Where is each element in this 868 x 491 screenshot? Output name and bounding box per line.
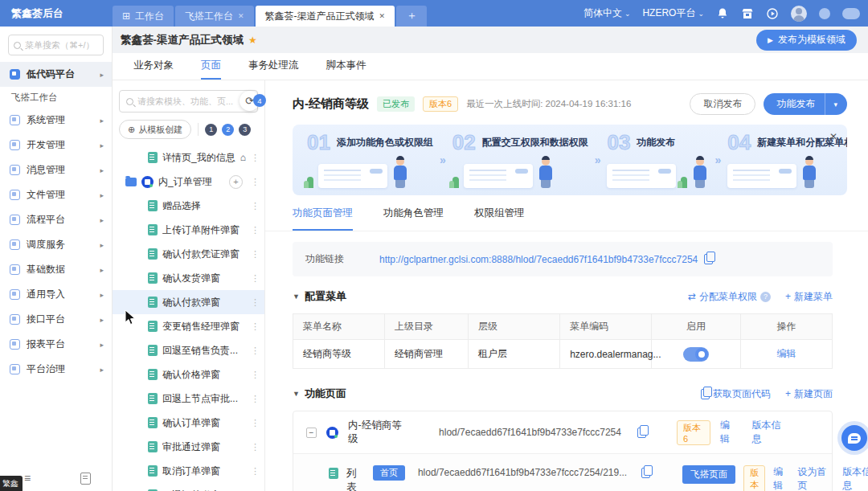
tree-item-gift-select[interactable]: 赠品选择 ⋮ xyxy=(113,194,264,218)
pager-dot-1[interactable]: 1 xyxy=(205,124,217,136)
help-question-icon[interactable]: ? xyxy=(760,292,771,302)
sidebar-item-file-mgmt[interactable]: 文件管理 ▸ xyxy=(0,182,112,207)
help-video-icon[interactable] xyxy=(766,7,779,20)
panel-count-badge[interactable]: 4 xyxy=(253,94,266,107)
tab-feida-workbench[interactable]: 飞搭工作台 ✕ xyxy=(175,6,254,27)
more-actions-icon[interactable]: ⋮ xyxy=(251,153,260,163)
version-info-link[interactable]: 版本信息 xyxy=(842,465,868,491)
more-actions-icon[interactable]: ⋮ xyxy=(251,370,260,380)
changelog-icon[interactable] xyxy=(80,473,91,485)
collapse-section-icon[interactable]: ▼ xyxy=(293,390,300,398)
page-group-row[interactable]: − 内-经销商等级 hlod/7ecaedd67f1641bf9b4733e7f… xyxy=(293,411,832,453)
menu-search-input[interactable] xyxy=(25,40,98,50)
close-banner-icon[interactable]: ✕ xyxy=(829,131,837,142)
tree-item-detail-my-info[interactable]: 详情页_我的信息 ⌂ ⋮ xyxy=(113,145,264,170)
add-page-icon[interactable]: + xyxy=(229,175,243,189)
more-actions-icon[interactable]: ⋮ xyxy=(251,273,260,284)
tab-workbench[interactable]: ⊞ 工作台 xyxy=(113,6,174,27)
tree-item-approval-passed[interactable]: 审批通过弹窗 ⋮ xyxy=(113,435,264,459)
tab-transaction-flow[interactable]: 事务处理流 xyxy=(248,53,299,80)
more-actions-icon[interactable]: ⋮ xyxy=(251,321,260,332)
copy-link-icon[interactable] xyxy=(704,254,713,264)
new-page-link[interactable]: + 新建页面 xyxy=(785,387,833,401)
enable-toggle[interactable] xyxy=(683,347,709,362)
collapse-sidebar-icon[interactable]: ≡ xyxy=(24,472,29,485)
edit-menu-link[interactable]: 编辑 xyxy=(776,348,796,359)
cancel-publish-button[interactable]: 取消发布 xyxy=(690,93,755,115)
new-tab-button[interactable]: ＋ xyxy=(396,6,427,27)
tree-item-return-to-sales-owner[interactable]: 回退至销售负责... ⋮ xyxy=(113,338,264,362)
copy-path-icon[interactable] xyxy=(641,468,650,478)
tree-item-change-sales-manager[interactable]: 变更销售经理弹窗 ⋮ xyxy=(113,314,264,338)
tab-function-page-mgmt[interactable]: 功能页面管理 xyxy=(293,207,353,231)
sidebar-item-system-mgmt[interactable]: 系统管理 ▸ xyxy=(0,108,112,133)
tree-item-cancel-order[interactable]: 取消订单弹窗 ⋮ xyxy=(113,459,264,483)
menu-search-box[interactable] xyxy=(8,35,104,55)
user-avatar[interactable] xyxy=(791,6,807,22)
more-actions-icon[interactable]: ⋮ xyxy=(251,249,260,260)
tree-item-confirm-payment-proof[interactable]: 确认付款凭证弹窗 ⋮ xyxy=(113,242,264,266)
tree-item-confirm-price[interactable]: 确认价格弹窗 ⋮ xyxy=(113,362,264,387)
more-actions-icon[interactable]: ⋮ xyxy=(251,177,260,187)
page-child-row[interactable]: 列表页-经销... 首页 hlod/7ecaedd67f1641bf9b4733… xyxy=(293,454,832,491)
chevron-down-icon[interactable]: ▾ xyxy=(825,93,847,115)
tab-business-objects[interactable]: 业务对象 xyxy=(133,53,174,80)
more-actions-icon[interactable]: ⋮ xyxy=(251,346,260,356)
set-home-link[interactable]: 设为首页 xyxy=(797,465,829,491)
sidebar-item-generic-import[interactable]: 通用导入 ▸ xyxy=(0,282,112,307)
sidebar-item-platform-governance[interactable]: 平台治理 ▸ xyxy=(0,357,112,382)
tree-item-upload-attachment[interactable]: 上传订单附件弹窗 ⋮ xyxy=(113,218,264,242)
sidebar-item-scheduler[interactable]: 调度服务 ▸ xyxy=(0,232,112,257)
more-actions-icon[interactable]: ⋮ xyxy=(251,442,260,452)
sidebar-item-lowcode-platform[interactable]: 低代码平台 ▸ xyxy=(0,62,112,87)
tree-search-box[interactable] xyxy=(119,90,258,113)
sidebar-item-process-platform[interactable]: 流程平台 ▸ xyxy=(0,207,112,232)
function-link-url[interactable]: http://gclpartner.gclsi.com:8888/hlod/7e… xyxy=(379,254,698,265)
tab-pages[interactable]: 页面 xyxy=(201,53,221,80)
more-actions-icon[interactable]: ⋮ xyxy=(251,466,260,477)
tab-channel-domain[interactable]: 繁鑫荟-渠道产品正式领域 ✕ xyxy=(256,6,395,27)
collapse-row-icon[interactable]: − xyxy=(306,428,317,438)
pager-dot-2[interactable]: 2 xyxy=(222,124,234,136)
tab-permission-group-mgmt[interactable]: 权限组管理 xyxy=(474,207,525,231)
more-actions-icon[interactable]: ⋮ xyxy=(251,297,260,308)
tab-function-role-mgmt[interactable]: 功能角色管理 xyxy=(383,207,444,231)
chat-assistant-button[interactable] xyxy=(837,421,868,455)
publish-as-template-button[interactable]: ▶ 发布为模板领域 xyxy=(756,30,857,51)
sidebar-item-message-mgmt[interactable]: 消息管理 ▸ xyxy=(0,158,112,182)
more-actions-icon[interactable]: ⋮ xyxy=(251,418,260,428)
close-tab-icon[interactable]: ✕ xyxy=(379,12,386,20)
more-actions-icon[interactable]: ⋮ xyxy=(251,201,260,211)
tab-script-events[interactable]: 脚本事件 xyxy=(326,53,366,80)
tree-item-confirm-payment[interactable]: 确认付款弹窗 ⋮ xyxy=(113,290,264,314)
tree-search-input[interactable] xyxy=(137,96,235,106)
more-actions-icon[interactable]: ⋮ xyxy=(251,225,260,235)
bell-icon[interactable] xyxy=(716,7,729,20)
tree-item-confirm-order[interactable]: 确认订单弹窗 ⋮ xyxy=(113,411,264,435)
feida-page-button[interactable]: 飞搭页面 xyxy=(682,465,735,484)
tree-item-return-order[interactable]: 回退订单弹窗 ⋮ xyxy=(113,483,264,491)
favorite-star-icon[interactable]: ★ xyxy=(248,35,257,46)
sidebar-item-base-data[interactable]: 基础数据 ▸ xyxy=(0,257,112,282)
sidebar-item-api-platform[interactable]: 接口平台 ▸ xyxy=(0,307,112,332)
tree-item-return-previous-approval[interactable]: 回退上节点审批... ⋮ xyxy=(113,387,264,411)
platform-selector[interactable]: HZERO平台 ⌄ xyxy=(642,6,704,20)
function-publish-button[interactable]: 功能发布 ▾ xyxy=(764,93,847,115)
tree-item-confirm-shipment[interactable]: 确认发货弹窗 ⋮ xyxy=(113,266,264,290)
sidebar-item-report-platform[interactable]: 报表平台 ▸ xyxy=(0,332,112,357)
new-menu-link[interactable]: + 新建菜单 xyxy=(785,290,833,304)
collapse-section-icon[interactable]: ▼ xyxy=(293,293,300,301)
assign-menu-permission-link[interactable]: ⇄ 分配菜单权限 ? xyxy=(688,290,771,304)
language-selector[interactable]: 简体中文 ⌄ xyxy=(583,6,631,20)
sidebar-item-dev-mgmt[interactable]: 开发管理 ▸ xyxy=(0,133,112,158)
pager-dot-3[interactable]: 3 xyxy=(239,124,251,136)
more-actions-icon[interactable]: ⋮ xyxy=(251,394,260,404)
edit-page-link[interactable]: 编辑 xyxy=(720,419,738,446)
store-icon[interactable] xyxy=(741,7,754,20)
close-tab-icon[interactable]: ✕ xyxy=(238,12,244,20)
edit-page-link[interactable]: 编辑 xyxy=(773,465,784,491)
copy-path-icon[interactable] xyxy=(637,428,646,438)
create-from-template-button[interactable]: ⊕ 从模板创建 xyxy=(119,120,191,139)
get-page-code-link[interactable]: 获取页面代码 xyxy=(701,387,771,401)
tree-folder-order-mgmt[interactable]: 内_订单管理 + ⋮ xyxy=(113,170,264,194)
